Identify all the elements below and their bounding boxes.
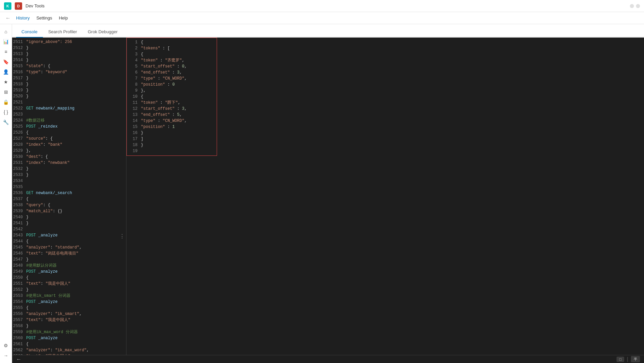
table-row: 14 "type" : "CN_WORD", bbox=[127, 118, 217, 124]
table-row: 2532 } bbox=[12, 166, 126, 172]
bottom-right: □ | 半 bbox=[616, 356, 640, 362]
table-row: 15 "position" : 1 bbox=[127, 124, 217, 130]
table-row: 2528 "index": "bank" bbox=[12, 142, 126, 148]
table-row: 9 }, bbox=[127, 88, 217, 94]
bottom-left: ← bbox=[16, 356, 21, 362]
table-row: 2525POST _reindex bbox=[12, 124, 126, 130]
table-row: 2530 "dest": { bbox=[12, 154, 126, 160]
divider: | bbox=[627, 356, 628, 362]
table-row: 2517 } bbox=[12, 75, 126, 81]
table-row: 2555{ bbox=[12, 305, 126, 311]
minimize-icon[interactable] bbox=[630, 4, 634, 8]
content-area: Console Search Profiler Grok Debugger 25… bbox=[12, 24, 644, 363]
table-row: 2557 "text": "我是中国人" bbox=[12, 317, 126, 323]
table-row: 2554POST _analyze bbox=[12, 299, 126, 305]
bottombar: ← □ | 半 bbox=[12, 355, 644, 363]
table-row: 2556 "analyzer": "ik_smart", bbox=[12, 311, 126, 317]
table-row: 3 { bbox=[127, 51, 217, 57]
sidebar-tool-icon[interactable]: 🔧 bbox=[1, 118, 11, 127]
sidebar-home-icon[interactable]: ⌂ bbox=[1, 27, 11, 36]
table-row: 2518} bbox=[12, 81, 126, 87]
table-row: 2551 "text": "我是中国人" bbox=[12, 281, 126, 287]
tab-console[interactable]: Console bbox=[16, 27, 43, 38]
table-row: 2511 "ignore_above": 256 bbox=[12, 39, 126, 45]
table-row: 19 bbox=[127, 148, 217, 154]
table-row: 2559#使用ik_max_word 分词器 bbox=[12, 329, 126, 335]
topbar: K D Dev Tools bbox=[0, 0, 644, 12]
table-row: 2519} bbox=[12, 87, 126, 93]
table-row: 10 { bbox=[127, 94, 217, 100]
table-row: 2547} bbox=[12, 257, 126, 263]
table-row: 2546 "text": "岗廷谷电商项目" bbox=[12, 251, 126, 257]
tabbar: Console Search Profiler Grok Debugger bbox=[12, 24, 644, 38]
table-row: 2516 "type": "keyword" bbox=[12, 69, 126, 75]
table-row: 2527 "source": { bbox=[12, 136, 126, 142]
tab-search-profiler[interactable]: Search Profiler bbox=[43, 27, 83, 38]
nav-history[interactable]: History bbox=[13, 14, 32, 22]
table-row: 2538 "query": { bbox=[12, 202, 126, 208]
editor-area: 2511 "ignore_above": 256 2512 } 2513 } 2… bbox=[12, 38, 644, 355]
nav-back-button[interactable]: ← bbox=[4, 14, 12, 22]
context-menu-icon[interactable]: ⋮ bbox=[119, 233, 125, 241]
maximize-icon[interactable] bbox=[636, 4, 640, 8]
table-row: 7 "type" : "CN_WORD", bbox=[127, 76, 217, 82]
table-row: 2523 bbox=[12, 111, 126, 118]
code-editor: 2511 "ignore_above": 256 2512 } 2513 } 2… bbox=[12, 38, 126, 355]
table-row: 2542 bbox=[12, 226, 126, 232]
table-row: 2543POST _analyze bbox=[12, 232, 126, 238]
table-row: 2560POST _analyze bbox=[12, 335, 126, 341]
table-row: 2531 "index": "newbank" bbox=[12, 160, 126, 166]
table-row: 2545 "analyzer": "standard", bbox=[12, 244, 126, 251]
app-logo: K bbox=[4, 2, 11, 10]
sidebar-code-icon[interactable]: { } bbox=[1, 107, 11, 117]
tab-grok-debugger[interactable]: Grok Debugger bbox=[83, 27, 123, 38]
sidebar-lock-icon[interactable]: 🔒 bbox=[1, 97, 11, 107]
table-row: 18} bbox=[127, 142, 217, 148]
table-row: 2534 bbox=[12, 178, 126, 184]
table-row: 13 "end_offset" : 5, bbox=[127, 112, 217, 118]
sidebar-arrow-icon[interactable]: → bbox=[1, 351, 11, 360]
sidebar-bookmark-icon[interactable]: 🔖 bbox=[1, 57, 11, 66]
table-row: 2558} bbox=[12, 323, 126, 329]
table-row: 2529 }, bbox=[12, 148, 126, 154]
table-row: 2 "tokens" : [ bbox=[127, 45, 217, 51]
table-row: 2513 } bbox=[12, 51, 126, 57]
arrow-left-icon[interactable]: ← bbox=[16, 356, 21, 362]
sidebar: ⌂ 📊 ≡ 🔖 👤 ★ ⊞ 🔒 { } 🔧 ⚙ → bbox=[0, 24, 12, 363]
table-row: 2514} bbox=[12, 57, 126, 63]
sidebar-list-icon[interactable]: ≡ bbox=[1, 47, 11, 56]
table-row: 2562 "analyzer": "ik_max_word", bbox=[12, 347, 126, 353]
half-button[interactable]: 半 bbox=[631, 356, 640, 362]
sidebar-chart-icon[interactable]: 📊 bbox=[1, 37, 11, 46]
sidebar-star-icon[interactable]: ★ bbox=[1, 77, 11, 87]
sidebar-person-icon[interactable]: 👤 bbox=[1, 67, 11, 77]
table-row: 2515"state": { bbox=[12, 63, 126, 69]
table-row: 2512 } bbox=[12, 45, 126, 51]
table-row: 2544{ bbox=[12, 238, 126, 244]
layout-toggle-button[interactable]: □ bbox=[616, 357, 624, 362]
sidebar-grid-icon[interactable]: ⊞ bbox=[1, 87, 11, 97]
nav-help[interactable]: Help bbox=[56, 14, 70, 22]
table-row: 12 "start_offset" : 3, bbox=[127, 106, 217, 112]
sidebar-gear-icon[interactable]: ⚙ bbox=[1, 341, 11, 350]
right-panel[interactable]: 1{ 2 "tokens" : [ 3 { 4 "token" : "齐鹭罗",… bbox=[126, 38, 644, 355]
table-row: 2537{ bbox=[12, 196, 126, 202]
table-row: 2520} bbox=[12, 93, 126, 99]
table-row: 6 "end_offset" : 3, bbox=[127, 70, 217, 76]
table-row: 8 "position" : 0 bbox=[127, 82, 217, 88]
table-row: 2541} bbox=[12, 220, 126, 226]
app-title: Dev Tools bbox=[25, 3, 45, 8]
table-row: 2550{ bbox=[12, 275, 126, 281]
table-row: 2533} bbox=[12, 172, 126, 178]
nav-settings[interactable]: Settings bbox=[34, 14, 55, 22]
table-row: 11 "token" : "爵下", bbox=[127, 100, 217, 106]
table-row: 4 "token" : "齐鹭罗", bbox=[127, 57, 217, 63]
table-row: 2553#使用ik_smart 分词器 bbox=[12, 293, 126, 299]
table-row: 2561{ bbox=[12, 341, 126, 347]
dev-icon: D bbox=[15, 2, 22, 10]
left-panel[interactable]: 2511 "ignore_above": 256 2512 } 2513 } 2… bbox=[12, 38, 126, 355]
table-row: 2552} bbox=[12, 287, 126, 293]
table-row: 2524#数据迁移 bbox=[12, 118, 126, 124]
table-row: 17 ] bbox=[127, 136, 217, 142]
table-row: 16 } bbox=[127, 130, 217, 136]
